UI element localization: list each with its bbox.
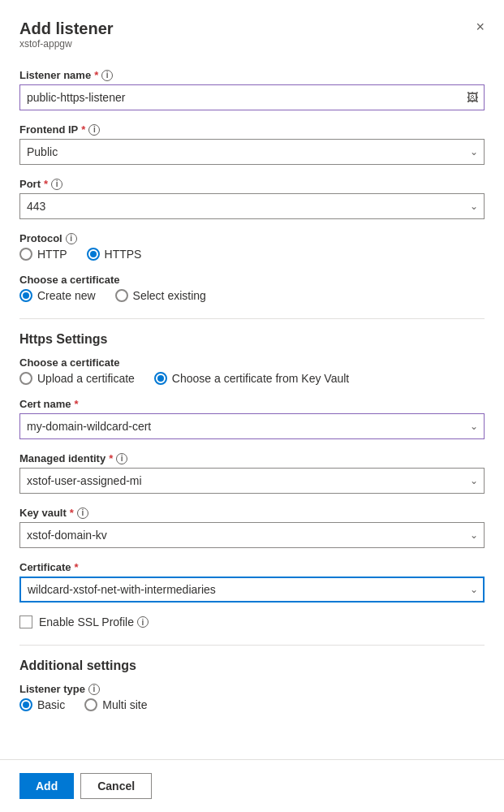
listener-name-icon: 🖼 [467,91,478,104]
https-settings-section: Https Settings Choose a certificate Uplo… [19,332,485,628]
panel-title: Add listener [19,19,114,38]
cert-radio-group: Create new Select existing [19,289,485,302]
managed-identity-group: Managed identity * i xstof-user-assigned… [19,452,485,494]
additional-settings-section: Additional settings Listener type i Basi… [19,659,485,711]
https-choose-cert-group: Choose a certificate Upload a certificat… [19,356,485,385]
ssl-info-icon[interactable]: i [137,616,149,628]
required-star-4: * [75,398,79,410]
certificate-select[interactable]: wildcard-xstof-net-with-intermediaries [19,577,485,603]
basic-option[interactable]: Basic [19,698,65,711]
protocol-radio-group: HTTP HTTPS [19,248,485,261]
listener-name-info-icon[interactable]: i [101,70,113,81]
protocol-group: Protocol i HTTP HTTPS [19,232,485,261]
managed-identity-select[interactable]: xstof-user-assigned-mi [19,468,485,494]
listener-name-input-wrapper: 🖼 [19,84,485,110]
multi-site-radio[interactable] [84,698,97,711]
protocol-http-option[interactable]: HTTP [19,248,67,261]
cert-name-select[interactable]: my-domain-wildcard-cert [19,413,485,439]
listener-name-label: Listener name * i [19,69,485,81]
frontend-ip-select[interactable]: Public [19,139,485,165]
choose-keyvault-option[interactable]: Choose a certificate from Key Vault [154,372,349,385]
cancel-button[interactable]: Cancel [80,773,152,799]
port-select-wrapper: 443 ⌄ [19,193,485,219]
required-star-3: * [44,178,48,190]
upload-cert-radio[interactable] [19,372,32,385]
managed-identity-label: Managed identity * i [19,452,485,464]
https-cert-radio-group: Upload a certificate Choose a certificat… [19,372,485,385]
protocol-http-radio[interactable] [19,248,32,261]
https-settings-heading: Https Settings [19,332,485,347]
cert-name-group: Cert name * my-domain-wildcard-cert ⌄ [19,398,485,439]
required-star-7: * [75,561,79,573]
key-vault-label: Key vault * i [19,507,485,519]
create-new-radio[interactable] [19,289,32,302]
panel-footer: Add Cancel [0,759,504,812]
required-star: * [94,69,98,81]
add-button[interactable]: Add [19,773,74,799]
panel-subtitle: xstof-appgw [19,38,114,50]
additional-settings-heading: Additional settings [19,659,485,673]
frontend-ip-label: Frontend IP * i [19,123,485,136]
listener-type-info-icon[interactable]: i [88,684,100,695]
listener-type-group: Listener type i Basic Multi site [19,683,485,711]
cert-name-select-wrapper: my-domain-wildcard-cert ⌄ [19,413,485,439]
section-divider-2 [19,645,485,646]
https-choose-cert-label: Choose a certificate [19,356,485,369]
frontend-ip-group: Frontend IP * i Public ⌄ [19,123,485,165]
enable-ssl-label: Enable SSL Profile i [39,615,149,628]
choose-keyvault-radio[interactable] [154,372,167,385]
required-star-6: * [70,507,74,519]
certificate-group: Certificate * wildcard-xstof-net-with-in… [19,561,485,603]
enable-ssl-group: Enable SSL Profile i [19,615,485,628]
port-label: Port * i [19,178,485,190]
key-vault-group: Key vault * i xstof-domain-kv ⌄ [19,507,485,548]
section-divider-1 [19,318,485,319]
required-star-5: * [109,452,113,464]
key-vault-select[interactable]: xstof-domain-kv [19,522,485,548]
choose-cert-label: Choose a certificate [19,274,485,286]
protocol-label: Protocol i [19,232,485,244]
certificate-label: Certificate * [19,561,485,573]
key-vault-info-icon[interactable]: i [77,508,88,519]
key-vault-select-wrapper: xstof-domain-kv ⌄ [19,522,485,548]
select-existing-option[interactable]: Select existing [115,289,206,302]
select-existing-radio[interactable] [115,289,128,302]
upload-cert-option[interactable]: Upload a certificate [19,372,135,385]
listener-type-label: Listener type i [19,683,485,695]
port-info-icon[interactable]: i [51,179,62,190]
protocol-https-option[interactable]: HTTPS [87,248,142,261]
protocol-info-icon[interactable]: i [66,233,77,244]
listener-name-input[interactable] [19,84,485,110]
listener-type-radio-group: Basic Multi site [19,698,485,711]
add-listener-panel: Add listener xstof-appgw × Listener name… [0,0,504,812]
choose-cert-group: Choose a certificate Create new Select e… [19,274,485,302]
frontend-ip-select-wrapper: Public ⌄ [19,139,485,165]
listener-name-group: Listener name * i 🖼 [19,69,485,110]
panel-header: Add listener xstof-appgw × [19,19,485,66]
multi-site-option[interactable]: Multi site [84,698,147,711]
managed-identity-select-wrapper: xstof-user-assigned-mi ⌄ [19,468,485,494]
required-star-2: * [81,123,85,136]
protocol-https-radio[interactable] [87,248,100,261]
create-new-option[interactable]: Create new [19,289,96,302]
close-button[interactable]: × [476,19,485,34]
frontend-ip-info-icon[interactable]: i [88,124,100,136]
enable-ssl-checkbox[interactable] [19,615,32,628]
port-select[interactable]: 443 [19,193,485,219]
managed-identity-info-icon[interactable]: i [116,453,127,464]
port-group: Port * i 443 ⌄ [19,178,485,219]
cert-name-label: Cert name * [19,398,485,410]
basic-radio[interactable] [19,698,32,711]
certificate-select-wrapper: wildcard-xstof-net-with-intermediaries ⌄ [19,577,485,603]
